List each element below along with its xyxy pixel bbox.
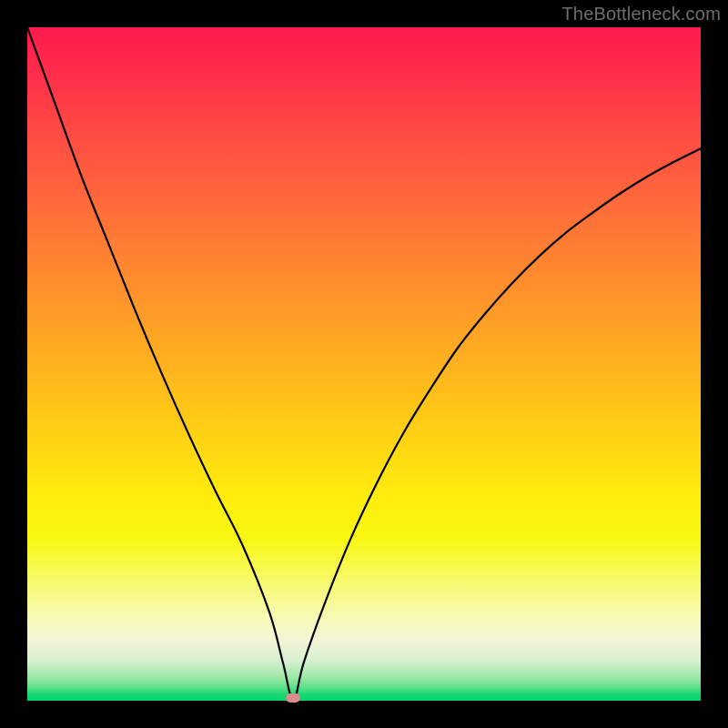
chart-frame: TheBottleneck.com [0,0,728,728]
optimum-marker [286,693,300,703]
watermark-label: TheBottleneck.com [561,4,721,25]
bottleneck-curve [27,27,701,701]
plot-area [27,27,701,701]
